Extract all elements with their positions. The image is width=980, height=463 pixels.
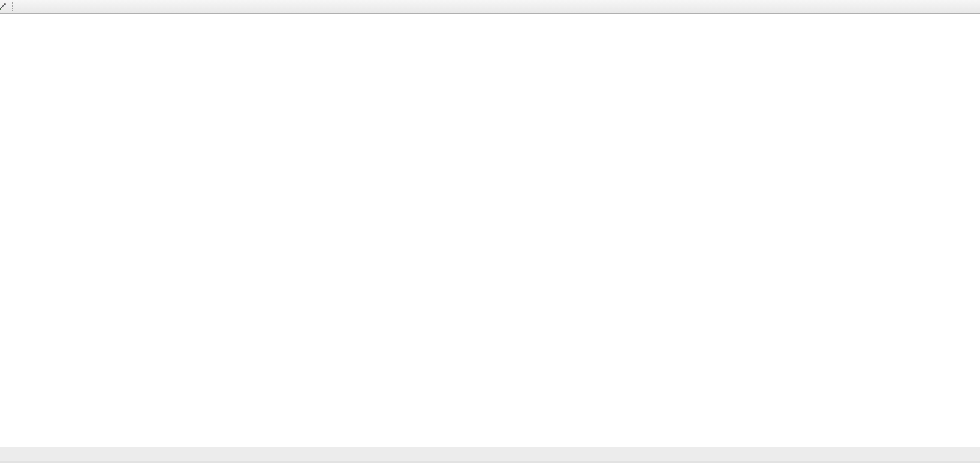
timeframe-toolbar <box>0 0 980 14</box>
symbol-tab-bar <box>0 447 980 461</box>
crosshair-tool-icon[interactable] <box>0 2 7 11</box>
chart-surface[interactable] <box>0 0 980 447</box>
toolbar-grip <box>12 2 13 11</box>
